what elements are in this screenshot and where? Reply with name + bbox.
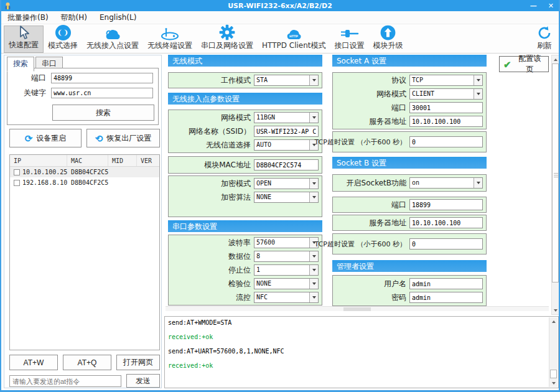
socket-a-panel: 协议 TCP 网络模式 CLIENT 端口 服务器地址: [332, 72, 487, 129]
device-restart-button[interactable]: ⟳ 设备重启: [9, 129, 82, 147]
socket-a-port-input[interactable]: [409, 102, 483, 113]
baud-select[interactable]: 57600: [254, 237, 319, 248]
scrollbar-thumb[interactable]: [550, 370, 557, 378]
work-mode-select[interactable]: STA: [254, 75, 319, 86]
protocol-select[interactable]: TCP: [409, 75, 483, 86]
device-mac: D8B04CF2C578: [67, 179, 108, 186]
keyword-input[interactable]: [51, 88, 153, 98]
enc-mode-select[interactable]: OPEN: [254, 178, 319, 189]
toolbar-interface-settings[interactable]: 接口设置: [330, 26, 369, 53]
row-checkbox[interactable]: [14, 180, 20, 186]
wifi-ap-cloud-icon: [103, 27, 122, 40]
socket-b-server-panel: 服务器地址: [332, 215, 487, 231]
socket-a-timeout-input[interactable]: [409, 136, 483, 147]
data-bits-select[interactable]: 8: [254, 251, 319, 262]
flow-select[interactable]: NFC: [254, 292, 319, 303]
chevron-down-icon: [309, 179, 318, 189]
password-input[interactable]: [409, 292, 483, 303]
stop-bits-label: 停止位: [228, 265, 251, 276]
http-cloud-icon: HTTP: [284, 27, 303, 40]
toolbar-httpd-client-mode[interactable]: HTTP HTTPD Client模式: [258, 26, 330, 53]
mac-input[interactable]: [254, 159, 319, 170]
menu-english[interactable]: English(L): [93, 13, 142, 22]
log-lines: send:AT+WMODE=STA received:+ok send:AT+U…: [168, 319, 547, 386]
menu-batch-operation[interactable]: 批量操作(B): [1, 12, 55, 23]
config-area: 无线模式 工作模式 STA 无线接入点参数设置 网络模式 11BGN 网络名称（…: [164, 55, 560, 315]
enc-alg-select[interactable]: NONE: [254, 192, 319, 203]
at-w-button[interactable]: AT+W: [9, 355, 58, 370]
toolbar-mode-select[interactable]: ❨❩ 模式选择: [44, 26, 82, 53]
scrollbar-thumb[interactable]: [343, 307, 371, 311]
config-vertical-scrollbar[interactable]: [551, 55, 559, 315]
device-ip: 192.168.8.104: [22, 179, 67, 186]
row-checkbox[interactable]: [14, 169, 20, 175]
at-command-input[interactable]: [9, 375, 121, 387]
username-input[interactable]: [409, 278, 483, 289]
toolbar-serial-network-settings[interactable]: 串口及网络设置: [197, 26, 258, 53]
scroll-up-icon[interactable]: [552, 55, 559, 63]
table-row[interactable]: 192.168.8.104 D8B04CF2C578: [10, 177, 159, 188]
log-vertical-scrollbar[interactable]: [549, 317, 558, 387]
enc-mode-label: 加密模式: [221, 179, 251, 189]
toolbar-wifi-ap-settings[interactable]: 无线接入点设置: [82, 26, 143, 53]
upgrade-arrow-icon: [380, 25, 396, 40]
section-header-ap-settings: 无线接入点参数设置: [168, 93, 322, 105]
toolbar-label: 刷新: [537, 40, 552, 51]
channel-select[interactable]: AUTO: [254, 139, 319, 151]
baud-label: 波特率: [228, 238, 251, 248]
socket-b-server-input[interactable]: [409, 217, 483, 228]
tab-search[interactable]: 搜索: [7, 57, 34, 72]
table-row[interactable]: 10.10.100.254 D8B04CF2C574: [10, 167, 159, 177]
config-horizontal-scrollbar[interactable]: [166, 306, 549, 311]
scroll-down-icon[interactable]: [549, 379, 558, 387]
socket-b-enable-select[interactable]: on: [409, 177, 483, 189]
mac-label: 模块MAC地址: [204, 160, 251, 170]
column-ip[interactable]: IP: [10, 155, 67, 166]
section-header-socket-b: Socket B 设置: [332, 157, 487, 169]
chevron-down-icon: [474, 75, 482, 85]
socket-b-port-input[interactable]: [409, 199, 483, 210]
factory-reset-button[interactable]: ⟲ 恢复出厂设置: [86, 129, 160, 147]
open-webpage-button[interactable]: 打开网页: [116, 355, 160, 370]
minimize-icon[interactable]: —: [530, 2, 537, 10]
check-icon: ✔: [503, 60, 511, 69]
scroll-down-icon[interactable]: [552, 306, 559, 314]
socket-a-server-input[interactable]: [409, 116, 483, 127]
stop-bits-select[interactable]: 1: [254, 264, 319, 276]
toolbar-label: 无线接入点设置: [86, 40, 139, 51]
search-button[interactable]: 搜索: [52, 105, 154, 121]
socket-b-port-panel: 端口: [332, 197, 487, 213]
socket-b-timeout-label: TCP超时设置 （小于600 秒）: [315, 240, 406, 249]
at-command-log[interactable]: send:AT+WMODE=STA received:+ok send:AT+U…: [164, 316, 559, 388]
socket-a-net-mode-select[interactable]: CLIENT: [409, 88, 483, 100]
apply-page-button[interactable]: ✔ 配置该页: [499, 56, 549, 72]
close-icon[interactable]: ✕: [548, 2, 554, 10]
column-mac[interactable]: MAC: [67, 155, 108, 166]
menubar: 批量操作(B) 帮助(H) English(L): [1, 11, 559, 24]
column-ver[interactable]: VER: [137, 155, 159, 166]
port-input[interactable]: [51, 73, 153, 83]
scrollbar-thumb[interactable]: [552, 63, 559, 282]
net-mode-select[interactable]: 11BGN: [254, 112, 319, 123]
restart-label: 设备重启: [36, 133, 66, 144]
toolbar-label: 接口设置: [335, 40, 365, 51]
socket-b-timeout-input[interactable]: [409, 238, 483, 250]
gear-icon: [219, 24, 235, 40]
section-header-admin: 管理者设置: [332, 260, 487, 272]
left-panel: 搜索 串口 端口 关键字 搜索 ⟳ 设备重启 ⟲ 恢复出厂设置 IP MAC: [4, 55, 162, 388]
at-q-button[interactable]: AT+Q: [63, 355, 111, 370]
chevron-down-icon: [474, 89, 482, 99]
socket-b-server-label: 服务器地址: [369, 218, 406, 228]
toolbar-quick-config[interactable]: 快速配置: [4, 26, 44, 53]
scroll-up-icon[interactable]: [549, 317, 558, 325]
chevron-down-icon: [309, 279, 318, 289]
toolbar-module-upgrade[interactable]: 模块升级: [369, 26, 408, 53]
toolbar-label: 快速配置: [9, 40, 39, 50]
ssid-input[interactable]: [254, 126, 319, 137]
send-button[interactable]: 发送: [126, 374, 160, 388]
toolbar-wifi-terminal-settings[interactable]: 无线终端设置: [143, 26, 197, 53]
menu-help[interactable]: 帮助(H): [55, 12, 93, 23]
parity-select[interactable]: NONE: [254, 278, 319, 289]
toolbar-refresh[interactable]: 刷新: [533, 26, 556, 53]
column-mid[interactable]: MID: [108, 155, 137, 166]
